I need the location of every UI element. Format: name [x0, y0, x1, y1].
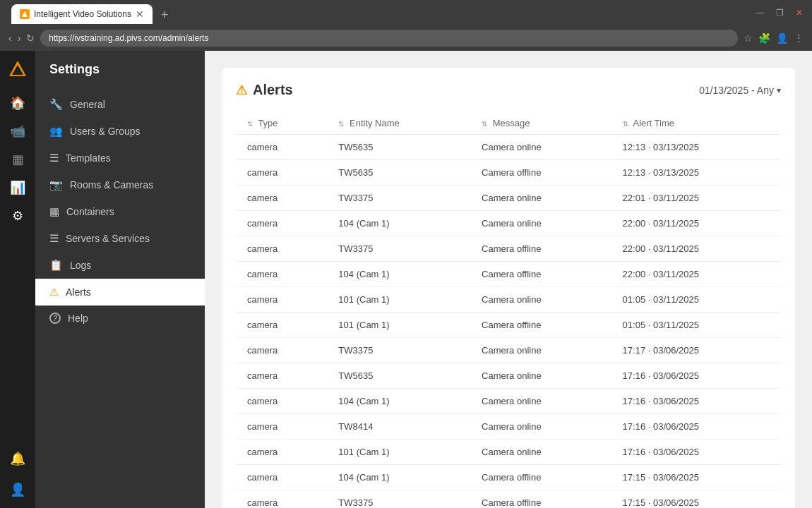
table-row: cameraTW5635Camera online12:13 · 03/13/2…: [236, 135, 781, 160]
rail-user-icon[interactable]: 👤: [5, 477, 30, 502]
cell-message-14: Camera offline: [470, 490, 611, 509]
table-row: camera101 (Cam 1)Camera offline01:05 · 0…: [236, 313, 781, 338]
cell-entity-6: 101 (Cam 1): [327, 287, 470, 313]
col-message[interactable]: ⇅ Message: [470, 112, 611, 135]
alerts-header: ⚠ Alerts 01/13/2025 - Any ▾: [236, 82, 781, 98]
cell-message-12: Camera online: [470, 440, 611, 465]
sidebar-item-servers-services[interactable]: ☰ Servers & Services: [35, 225, 205, 252]
icon-rail: 🏠 📹 ▦ 📊 ⚙ 🔔 👤: [0, 51, 35, 508]
minimize-button[interactable]: —: [753, 6, 767, 20]
tab-favicon: [20, 9, 30, 19]
tab-close-button[interactable]: ✕: [136, 8, 144, 20]
rail-home-icon[interactable]: 🏠: [5, 90, 30, 116]
sidebar-item-users-groups[interactable]: 👥 Users & Groups: [35, 118, 205, 145]
table-row: cameraTW5635Camera online17:16 · 03/06/2…: [236, 363, 781, 389]
sidebar-item-containers[interactable]: ▦ Containers: [35, 198, 205, 225]
table-row: cameraTW3375Camera online17:17 · 03/06/2…: [236, 338, 781, 363]
cell-time-13: 17:15 · 03/06/2025: [611, 465, 781, 490]
col-entity[interactable]: ⇅ Entity Name: [327, 112, 470, 135]
cell-type-6: camera: [236, 287, 327, 313]
sidebar-item-general[interactable]: 🔧 General: [35, 91, 205, 118]
sidebar-item-rooms-cameras[interactable]: 📷 Rooms & Cameras: [35, 171, 205, 198]
forward-button[interactable]: ›: [18, 32, 21, 44]
browser-chrome: Intelligent Video Solutions ✕ + — ❐ ✕ ‹ …: [0, 0, 812, 51]
cell-type-11: camera: [236, 414, 327, 440]
cell-entity-7: 101 (Cam 1): [327, 313, 470, 338]
rail-camera-icon[interactable]: 📹: [5, 119, 30, 144]
cell-entity-12: 101 (Cam 1): [327, 440, 470, 465]
cell-entity-11: TW8414: [327, 414, 470, 440]
cell-message-11: Camera online: [470, 414, 611, 440]
table-row: camera104 (Cam 1)Camera offline17:15 · 0…: [236, 465, 781, 490]
sidebar-item-templates[interactable]: ☰ Templates: [35, 145, 205, 171]
sidebar-item-help[interactable]: ? Help: [35, 306, 205, 331]
cell-time-14: 17:15 · 03/06/2025: [611, 490, 781, 509]
cell-time-8: 17:17 · 03/06/2025: [611, 338, 781, 363]
cell-time-5: 22:00 · 03/11/2025: [611, 262, 781, 287]
rail-alerts-icon[interactable]: 🔔: [5, 449, 30, 474]
cell-message-9: Camera online: [470, 363, 611, 389]
help-icon: ?: [49, 313, 61, 324]
menu-icon[interactable]: ⋮: [794, 32, 804, 44]
cell-type-14: camera: [236, 490, 327, 509]
alerts-title: ⚠ Alerts: [236, 82, 293, 98]
cell-time-1: 12:13 · 03/13/2025: [611, 160, 781, 186]
sidebar-label-servers-services: Servers & Services: [66, 233, 150, 244]
cell-message-5: Camera offline: [470, 262, 611, 287]
app-logo: [5, 56, 30, 82]
cell-type-1: camera: [236, 160, 327, 186]
cell-message-4: Camera offline: [470, 236, 611, 262]
rail-settings-icon[interactable]: ⚙: [5, 203, 30, 229]
svg-marker-0: [22, 11, 28, 17]
alerts-table: ⇅ Type ⇅ Entity Name ⇅ Message: [236, 112, 781, 508]
col-type[interactable]: ⇅ Type: [236, 112, 327, 135]
logs-icon: 📋: [49, 259, 63, 272]
main-content: ⚠ Alerts 01/13/2025 - Any ▾ ⇅ Ty: [205, 51, 812, 508]
app-container: 🏠 📹 ▦ 📊 ⚙ 🔔 👤 Settings 🔧 General 👥 Users…: [0, 51, 812, 508]
table-row: camera104 (Cam 1)Camera online17:16 · 03…: [236, 389, 781, 414]
cell-message-1: Camera offline: [470, 160, 611, 186]
sidebar-item-logs[interactable]: 📋 Logs: [35, 252, 205, 279]
tab-title: Intelligent Video Solutions: [34, 9, 131, 19]
table-row: camera104 (Cam 1)Camera online22:00 · 03…: [236, 211, 781, 236]
cell-time-3: 22:00 · 03/11/2025: [611, 211, 781, 236]
table-row: cameraTW3375Camera offline17:15 · 03/06/…: [236, 490, 781, 509]
sidebar-label-rooms-cameras: Rooms & Cameras: [70, 179, 153, 190]
cell-message-0: Camera online: [470, 135, 611, 160]
browser-tab[interactable]: Intelligent Video Solutions ✕: [11, 4, 153, 24]
new-tab-button[interactable]: +: [155, 6, 174, 24]
general-icon: 🔧: [49, 98, 63, 111]
templates-icon: ☰: [49, 152, 59, 164]
cell-message-13: Camera offline: [470, 465, 611, 490]
profile-icon[interactable]: 👤: [776, 32, 788, 44]
cell-time-12: 17:16 · 03/06/2025: [611, 440, 781, 465]
cell-entity-4: TW3375: [327, 236, 470, 262]
alert-warning-icon: ⚠: [236, 83, 247, 98]
reload-button[interactable]: ↻: [26, 32, 35, 44]
cell-entity-14: TW3375: [327, 490, 470, 509]
sort-icon-entity: ⇅: [338, 120, 344, 128]
cell-type-0: camera: [236, 135, 327, 160]
col-alert-time[interactable]: ⇅ Alert Time: [611, 112, 781, 135]
cell-time-11: 17:16 · 03/06/2025: [611, 414, 781, 440]
rail-analytics-icon[interactable]: 📊: [5, 175, 30, 200]
rail-grid-icon[interactable]: ▦: [5, 147, 30, 172]
close-button[interactable]: ✕: [792, 6, 806, 20]
cell-entity-1: TW5635: [327, 160, 470, 186]
back-button[interactable]: ‹: [8, 32, 12, 44]
url-input[interactable]: [40, 30, 738, 47]
table-row: camera101 (Cam 1)Camera online17:16 · 03…: [236, 440, 781, 465]
address-bar: ‹ › ↻ ☆ 🧩 👤 ⋮: [0, 25, 812, 51]
alerts-sidebar-icon: ⚠: [49, 286, 59, 298]
extension-icon[interactable]: 🧩: [758, 32, 770, 44]
sidebar-item-alerts[interactable]: ⚠ Alerts: [35, 279, 205, 306]
sidebar-label-containers: Containers: [66, 206, 114, 217]
sidebar-label-general: General: [70, 99, 105, 110]
maximize-button[interactable]: ❐: [772, 6, 787, 20]
bookmark-icon[interactable]: ☆: [744, 32, 753, 44]
address-bar-icons: ☆ 🧩 👤 ⋮: [744, 32, 804, 44]
sidebar-label-alerts: Alerts: [66, 286, 91, 298]
cell-type-13: camera: [236, 465, 327, 490]
alerts-filter-dropdown[interactable]: 01/13/2025 - Any ▾: [699, 85, 781, 96]
servers-icon: ☰: [49, 232, 59, 245]
